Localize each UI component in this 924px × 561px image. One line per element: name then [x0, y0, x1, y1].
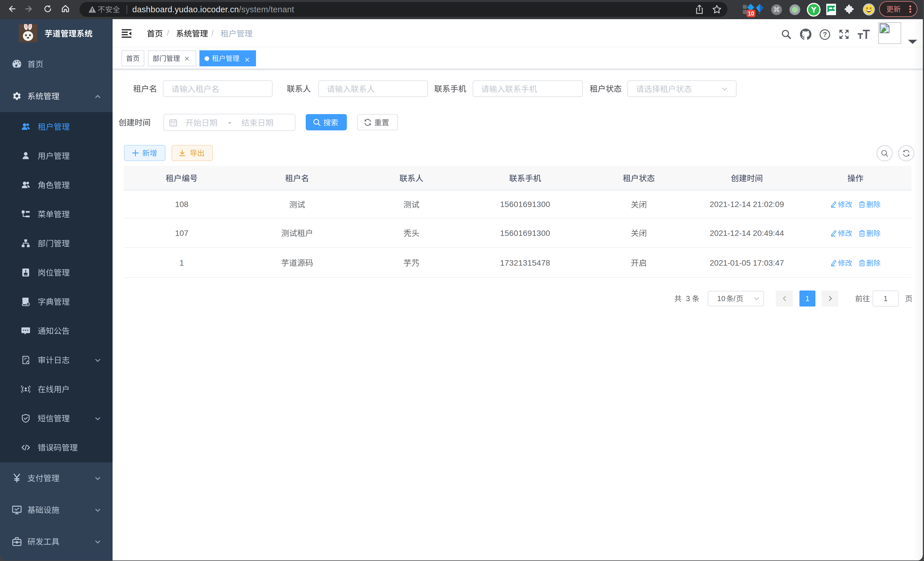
svg-text:⌘: ⌘ — [773, 6, 780, 14]
svg-text:?: ? — [823, 31, 827, 38]
